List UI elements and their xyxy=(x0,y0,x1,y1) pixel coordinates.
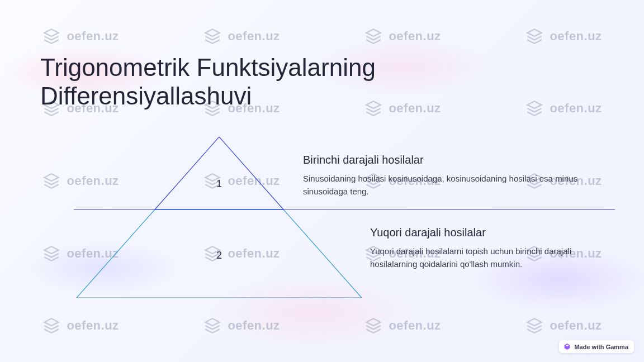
tier-1-body: Sinusoidaning hosilasi kosinusoidaga, ko… xyxy=(303,172,593,198)
badge-label: Made with Gamma xyxy=(574,344,628,350)
pyramid-tier-1-number: 1 xyxy=(216,178,222,189)
tier-1-heading: Birinchi darajali hosilalar xyxy=(303,154,593,166)
tier-2-heading: Yuqori darajali hosilalar xyxy=(370,226,593,239)
pyramid-divider-line xyxy=(74,209,615,210)
tier-2-text: Yuqori darajali hosilalar Yuqori darajal… xyxy=(370,226,593,271)
made-with-gamma-badge[interactable]: Made with Gamma xyxy=(559,340,634,353)
tier-1-text: Birinchi darajali hosilalar Sinusoidanin… xyxy=(303,154,593,198)
pyramid-tier-2-number: 2 xyxy=(216,250,222,261)
page-title: Trigonometrik Funktsiyalarning Differens… xyxy=(40,54,476,110)
slide-content: Trigonometrik Funktsiyalarning Differens… xyxy=(0,0,644,362)
pyramid-block: 1 2 Birinchi darajali hosilalar Sinusoid… xyxy=(40,137,604,304)
pyramid-tier-1-shape xyxy=(155,137,283,209)
gamma-logo-icon xyxy=(564,343,571,350)
tier-2-body: Yuqori darajali hosilalarni topish uchun… xyxy=(370,245,593,271)
